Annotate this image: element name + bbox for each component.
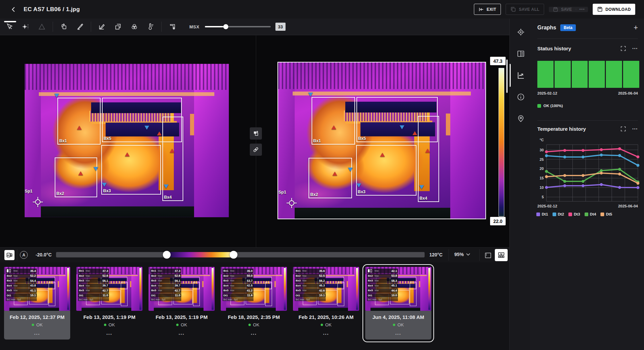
temperature-settings-tool-button[interactable] <box>144 21 157 33</box>
status-history-menu-button[interactable]: ••• <box>632 47 638 50</box>
sidebar-item-notes[interactable] <box>510 45 532 62</box>
scrollbar[interactable] <box>506 59 508 93</box>
measurement-box-bx1[interactable]: Bx1 <box>312 97 355 145</box>
cold-spot-marker-icon <box>164 184 168 189</box>
fullscreen-icon[interactable] <box>620 46 626 51</box>
thumbnail-menu-button[interactable]: ••• <box>365 332 431 336</box>
thumbnail-menu-button[interactable]: ••• <box>4 332 70 336</box>
side-panel-toggle-button[interactable] <box>483 250 493 260</box>
fullscreen-icon[interactable] <box>620 126 626 132</box>
save-all-button[interactable]: SAVE ALL <box>506 4 544 15</box>
thumbnail-menu-button[interactable]: ••• <box>76 332 142 336</box>
legend-item-dt4[interactable]: Dt4 <box>585 212 596 216</box>
sidebar-item-graphs[interactable] <box>510 67 532 84</box>
select-tool-button[interactable] <box>3 21 16 33</box>
thermal-pane-right[interactable]: Bx1Bx5Bx2Bx3Bx4 Sp1 <box>277 62 486 219</box>
thumbnail-timestamp: Feb 12, 2025, 12:37 PM <box>4 314 70 320</box>
fusion-tool-button[interactable] <box>128 21 141 33</box>
thermal-pane-left[interactable]: Bx1Bx5Bx2Bx3Bx4 Sp1 <box>25 64 229 217</box>
legend-item-dt2[interactable]: Dt2 <box>553 212 564 216</box>
measurement-footnote: Bx1 max - Sp1 <box>367 298 398 301</box>
sidebar-item-location[interactable] <box>510 110 532 127</box>
duplicate-tool-button[interactable] <box>111 21 125 33</box>
measurement-box-bx2[interactable]: Bx2 <box>55 157 97 197</box>
msx-slider-thumb[interactable] <box>223 24 229 29</box>
thumbnail-card[interactable]: Bx1Max37.3Bx2Max52.6Bx3Max56.1Bx4Max39.7… <box>76 267 142 340</box>
status-segment[interactable] <box>537 61 554 88</box>
thumbnail-image: Max42.1Bx2Max53.8Bx3Max58.3Bx4Max45.1Bx5… <box>365 267 431 311</box>
active-tool-indicator <box>4 21 16 22</box>
auto-scale-button[interactable]: A <box>20 251 28 259</box>
exit-button[interactable]: EXIT <box>474 4 501 15</box>
thumbnail-status: OK <box>221 322 287 327</box>
measurement-row: Bx2Max52.5 <box>295 274 326 278</box>
range-thumb-high[interactable] <box>230 251 238 259</box>
download-button[interactable]: DOWNLOAD <box>593 4 635 15</box>
ok-legend-swatch <box>537 104 541 108</box>
save-more-button[interactable]: ••• <box>576 7 588 12</box>
measurement-footnote: Bx1 max - Sp1 <box>222 298 253 301</box>
preview-overlay-tool-button[interactable] <box>166 21 179 33</box>
thumbnail-card[interactable]: Max35.4Bx2Max52.2Bx3Max54.4Bx4Max43.8Bx5… <box>4 267 70 340</box>
status-segment[interactable] <box>555 61 571 88</box>
thumbnail-strip-toggle-button[interactable] <box>495 249 508 261</box>
link-panes-button[interactable] <box>250 144 262 156</box>
spot-measure-tool-button[interactable] <box>19 21 32 33</box>
thumbnail-card[interactable]: Bx1Max35.0Bx2Max50.0Bx3Max53.7Bx4Max42.5… <box>221 267 287 340</box>
status-segment[interactable] <box>589 61 605 88</box>
measurement-box-bx1[interactable]: Bx1 <box>57 98 101 145</box>
back-button[interactable] <box>8 4 20 15</box>
delta-tool-button[interactable] <box>35 21 49 33</box>
thumbnail-menu-button[interactable]: ••• <box>293 332 359 336</box>
status-segment[interactable] <box>606 61 622 88</box>
measurement-box-bx2[interactable]: Bx2 <box>308 158 352 198</box>
measurement-box-bx3[interactable]: Bx3 <box>356 145 417 196</box>
measurement-row: Bx2Max52.2 <box>6 274 37 278</box>
overlap-squares-icon <box>114 23 122 30</box>
annotation-tool-button[interactable] <box>73 21 87 33</box>
temperature-history-menu-button[interactable]: ••• <box>632 127 638 131</box>
sidebar-item-measurements[interactable] <box>510 23 532 41</box>
thumbnail-measurement-table: Max35.4Bx2Max52.2Bx3Max54.4Bx4Max43.8Bx5… <box>6 269 37 301</box>
divider <box>449 249 449 261</box>
temperature-range-slider[interactable] <box>56 252 425 257</box>
spot-marker-sp1[interactable]: Sp1 <box>32 196 44 208</box>
temperature-history-chart[interactable]: 51015202530°C <box>533 137 643 205</box>
measurement-box-bx4[interactable]: Bx4 <box>418 116 439 202</box>
msx-slider[interactable] <box>205 26 271 27</box>
copy-annotations-button[interactable] <box>250 127 262 140</box>
thumbnail-colorbar <box>67 268 69 310</box>
save-button[interactable]: SAVE <box>549 7 576 12</box>
spot-marker-sp1[interactable]: Sp1 <box>286 197 297 209</box>
legend-item-dt5[interactable]: Dt5 <box>600 212 612 216</box>
status-legend: OK (100%) <box>537 104 563 108</box>
thumbnail-card[interactable]: Max42.1Bx2Max53.8Bx3Max58.3Bx4Max45.1Bx5… <box>365 267 431 340</box>
cold-spot-marker-icon <box>400 125 404 129</box>
edit-scale-tool-button[interactable] <box>95 21 109 33</box>
zoom-level-dropdown[interactable]: 95% <box>454 252 470 257</box>
legend-item-dt1[interactable]: Dt1 <box>536 212 548 216</box>
measurement-row: Bx1Max37.3 <box>78 269 109 273</box>
thumbnail-image: Max35.4Bx2Max52.2Bx3Max54.4Bx4Max43.8Bx5… <box>4 267 70 311</box>
legend-item-dt3[interactable]: Dt3 <box>568 212 580 216</box>
status-ok-dot <box>321 324 323 326</box>
status-segment[interactable] <box>623 61 639 88</box>
compare-images-icon <box>6 252 13 258</box>
sidebar-item-info[interactable] <box>510 88 532 106</box>
measurement-row: Bx2Max50.0 <box>222 274 253 278</box>
rotate-tool-button[interactable] <box>57 21 71 33</box>
status-segment[interactable] <box>572 61 588 88</box>
thumbnail-card[interactable]: Bx1Max37.3Bx2Max52.6Bx3Max56.1Bx4Max39.7… <box>149 267 215 340</box>
measurement-box-bx3[interactable]: Bx3 <box>101 145 161 195</box>
thumbnail-card[interactable]: Bx1Max35.6Bx2Max52.5Bx3Max56.2Bx4Max45.3… <box>293 267 359 340</box>
thumbnail-menu-button[interactable]: ••• <box>149 332 215 336</box>
thumbnail-roi-box <box>193 282 200 306</box>
range-thumb-low[interactable] <box>163 251 170 259</box>
temperature-colorbar[interactable] <box>499 68 504 217</box>
add-graph-button[interactable]: + <box>634 24 638 31</box>
thumbnail-colorbar <box>139 268 141 310</box>
scale-min-badge: 22.0 <box>490 217 506 225</box>
compare-view-toggle-button[interactable] <box>4 250 15 260</box>
thumbnail-menu-button[interactable]: ••• <box>221 332 287 336</box>
thumbnail-colorbar <box>356 268 358 310</box>
